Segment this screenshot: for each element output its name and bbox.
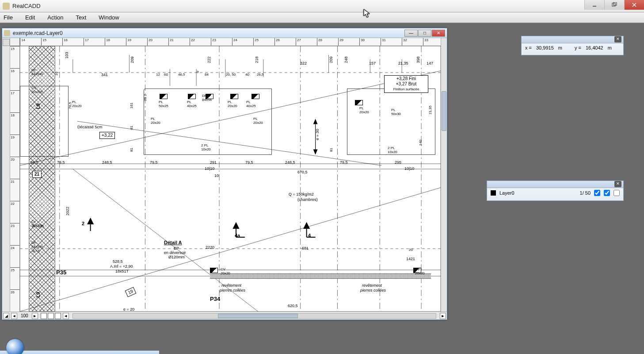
- svg-marker-38: [233, 223, 239, 228]
- ai-5: AI.+5: [32, 250, 40, 253]
- ruler-h-tick: 16: [62, 38, 68, 46]
- doc-maximize-button[interactable]: □: [418, 30, 431, 37]
- p35-label: P35: [56, 269, 66, 276]
- ruler-v-tick: 17: [10, 90, 20, 95]
- mark-2: 2: [82, 221, 84, 226]
- minimize-button[interactable]: [584, 0, 604, 10]
- coord-y-value: 16,4042: [586, 45, 603, 50]
- df-84x54h: DF 84x54h: [31, 68, 43, 76]
- drawing-canvas[interactable]: +3,22 +3,28 Fini +3,27 Brut Finition sur…: [20, 46, 441, 312]
- layer-visible-checkbox[interactable]: [594, 190, 600, 196]
- vertical-scrollbar[interactable]: [441, 38, 447, 312]
- vertical-ruler[interactable]: 151617181920212223242526: [10, 46, 20, 312]
- pl-tag-4: PL 20x20: [228, 100, 237, 108]
- val-222: 222: [207, 56, 211, 63]
- vertical-scrollbar-thumb[interactable]: [442, 91, 446, 131]
- ruler-h-tick: 33: [423, 38, 428, 46]
- layer-lock-checkbox[interactable]: [614, 190, 620, 196]
- maximize-button[interactable]: [604, 0, 624, 10]
- close-button[interactable]: [624, 0, 644, 10]
- ruler-h-tick: 20: [147, 38, 152, 46]
- val-81b: 81: [130, 148, 133, 152]
- ruler-h-tick: 18: [105, 38, 110, 46]
- menu-edit[interactable]: Edit: [25, 14, 35, 21]
- val-209b: 209: [329, 56, 333, 63]
- workspace: exemple.rcad-Layer0 — □ ✕ 14151617181920…: [0, 23, 644, 354]
- layer-row[interactable]: Layer0 1/ 50: [487, 188, 623, 198]
- decaisse-label: Décaissé 5cm: [77, 125, 103, 129]
- ruler-h-tick: 30: [359, 38, 365, 46]
- val-2220: 2220: [206, 245, 214, 250]
- menu-window[interactable]: Window: [99, 14, 119, 21]
- cv-20x20h: CV 20x20h: [31, 86, 43, 94]
- ruler-h-tick: 23: [211, 38, 216, 46]
- val-295: 295: [395, 160, 401, 165]
- ruler-v-tick: 26: [10, 289, 20, 294]
- val-2485b: 248,5: [285, 160, 295, 165]
- ruler-h-tick: 26: [274, 38, 280, 46]
- hscroll-left-button[interactable]: ◄: [63, 313, 69, 319]
- zoom-next-button[interactable]: ►: [32, 313, 38, 319]
- mark-4a: 4a: [235, 233, 240, 238]
- menu-text[interactable]: Text: [76, 14, 87, 21]
- dim-18x51: 18x51T: [115, 269, 129, 273]
- dim-2050: 20, 50: [226, 73, 236, 77]
- pl-tag-7: PL 20x20: [253, 117, 263, 125]
- layer-panel[interactable]: ✕ Layer0 1/ 50: [487, 181, 624, 201]
- val-398: 398: [416, 56, 420, 63]
- layer-print-checkbox[interactable]: [604, 190, 610, 196]
- pl-tag-5: PL 40x25: [246, 100, 256, 108]
- val-81c: 81: [329, 148, 333, 152]
- pl2-b: 2 PL 10x20: [388, 146, 397, 154]
- val-595: 59,5: [30, 160, 38, 165]
- elev-322-box: +3,22: [99, 132, 115, 139]
- layer-color-swatch[interactable]: [491, 190, 496, 196]
- menu-action[interactable]: Action: [47, 14, 63, 21]
- val-6205: 620,5: [288, 304, 298, 308]
- doc-close-button[interactable]: ✕: [432, 30, 445, 37]
- view-mode-icon-2[interactable]: [48, 313, 54, 319]
- detail-a-label: Détail A: [164, 240, 182, 245]
- doc-minimize-button[interactable]: —: [404, 30, 418, 37]
- rev-label-2b: pierres collées: [360, 288, 386, 292]
- layer-close-icon[interactable]: ✕: [614, 181, 621, 187]
- val-140: 140: [419, 140, 423, 146]
- coordinate-panel[interactable]: ✕ x = 30,9915 m y = 16,4042 m: [521, 36, 624, 55]
- ruler-h-tick: 21: [168, 38, 174, 46]
- ruler-v-tick: 15: [10, 46, 20, 51]
- app-icon: [3, 3, 10, 10]
- ruler-toggle-icon[interactable]: ◢: [3, 313, 9, 319]
- document-titlebar[interactable]: exemple.rcad-Layer0 — □ ✕: [2, 28, 447, 38]
- horizontal-scrollbar-thumb[interactable]: [218, 314, 298, 318]
- val-5285: 528,5: [113, 259, 123, 264]
- q-sub: (chambres): [297, 197, 318, 202]
- horizontal-scrollbar[interactable]: [72, 313, 436, 319]
- val-2022: 2022: [65, 207, 70, 215]
- q-label: Q = 150kg/m2: [289, 192, 314, 196]
- app-title: RealCADD: [12, 3, 641, 9]
- tool-button[interactable]: [3, 39, 10, 46]
- fini-l2: +3,27 Brut: [386, 81, 426, 87]
- fini-box: +3,28 Fini +3,27 Brut Finition surfacée: [384, 75, 428, 93]
- val-103: 103: [65, 52, 69, 58]
- df-tag-1: DF 84x54: [202, 94, 212, 102]
- view-mode-icon-1[interactable]: [41, 313, 47, 319]
- val-248: 248: [344, 56, 348, 63]
- ruler-v-tick: 23: [10, 223, 20, 228]
- val-681: 681: [302, 246, 309, 250]
- ruler-h-tick: 32: [402, 38, 407, 46]
- a-inf: A.Inf = +2,90: [110, 264, 133, 269]
- pl-tag-6: PL 20x20: [151, 117, 160, 125]
- ruler-h-tick: 17: [84, 38, 89, 46]
- horizontal-ruler[interactable]: 1415161718192021222324252627282930313233: [20, 38, 441, 46]
- zoom-value[interactable]: 100: [18, 313, 31, 318]
- val-16: 16: [54, 72, 58, 76]
- document-title: exemple.rcad-Layer0: [13, 30, 404, 36]
- zoom-prev-button[interactable]: ◄: [11, 313, 17, 319]
- ruler-v-tick: 25: [10, 267, 20, 272]
- coord-close-icon[interactable]: ✕: [614, 36, 621, 42]
- menu-file[interactable]: File: [4, 14, 13, 21]
- start-orb-icon[interactable]: [6, 339, 24, 354]
- view-mode-icon-3[interactable]: [55, 313, 61, 319]
- hscroll-right-button[interactable]: ►: [440, 313, 446, 319]
